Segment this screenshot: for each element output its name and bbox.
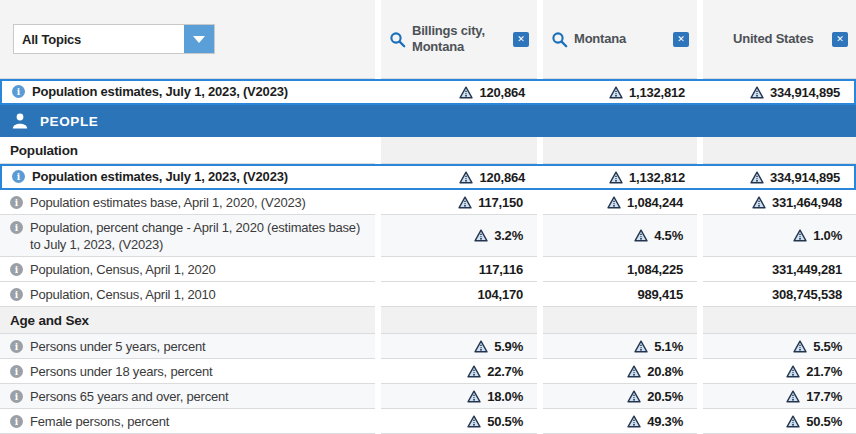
- value-cell: 5.1%: [543, 334, 697, 359]
- info-icon[interactable]: [10, 340, 23, 353]
- warning-flag-icon[interactable]: [474, 340, 488, 353]
- warning-flag-icon[interactable]: [750, 171, 764, 184]
- row-label: Population estimates, July 1, 2023, (V20…: [32, 84, 288, 101]
- row-label-cell: Population, Census, April 1, 2020: [0, 257, 375, 282]
- table-row: Female persons, percent 50.5% 49.3% 50.5…: [0, 409, 856, 434]
- topic-filter-cell: All Topics: [0, 0, 375, 79]
- column-title: United States: [711, 31, 832, 47]
- value-cell: 1.0%: [703, 215, 856, 257]
- chevron-down-icon[interactable]: [184, 25, 214, 53]
- cell-value: 120,864: [479, 170, 525, 185]
- warning-flag-icon[interactable]: [786, 390, 800, 403]
- value-cell: 117,116: [381, 257, 537, 282]
- info-icon[interactable]: [10, 415, 23, 428]
- cell-value: 1,084,244: [627, 195, 683, 210]
- cell-value: 3.2%: [494, 228, 523, 243]
- value-cell: 4.5%: [543, 215, 697, 257]
- cell-value: 20.5%: [647, 389, 683, 404]
- info-icon[interactable]: [10, 263, 23, 276]
- table-row: Population, percent change - April 1, 20…: [0, 215, 856, 257]
- value-cell: 1,132,812: [545, 81, 699, 103]
- warning-flag-icon[interactable]: [474, 229, 488, 242]
- section-title: Age and Sex: [0, 313, 89, 328]
- info-icon[interactable]: [10, 288, 23, 301]
- warning-flag-icon[interactable]: [634, 229, 648, 242]
- warning-flag-icon[interactable]: [627, 390, 641, 403]
- value-cell: 18.0%: [381, 384, 537, 409]
- warning-flag-icon[interactable]: [459, 171, 473, 184]
- cell-value: 331,449,281: [772, 262, 842, 277]
- cell-value: 117,150: [478, 195, 523, 210]
- value-cell: 1,132,812: [545, 166, 699, 188]
- warning-flag-icon[interactable]: [793, 340, 807, 353]
- cell-value: 308,745,538: [772, 287, 842, 302]
- table-row: Persons under 5 years, percent 5.9% 5.1%…: [0, 334, 856, 359]
- warning-flag-icon[interactable]: [627, 365, 641, 378]
- cell-value: 117,116: [479, 262, 523, 277]
- warning-flag-icon[interactable]: [458, 196, 472, 209]
- warning-flag-icon[interactable]: [752, 196, 766, 209]
- warning-flag-icon[interactable]: [609, 86, 623, 99]
- close-column-icon[interactable]: [513, 32, 529, 47]
- band-title: PEOPLE: [40, 114, 98, 129]
- info-icon[interactable]: [10, 390, 23, 403]
- value-cell: 50.5%: [381, 409, 537, 434]
- cell-value: 5.5%: [813, 339, 842, 354]
- cell-value: 334,914,895: [770, 85, 840, 100]
- warning-flag-icon[interactable]: [607, 196, 621, 209]
- warning-flag-icon[interactable]: [786, 415, 800, 428]
- row-label-cell: Population estimates base, April 1, 2020…: [0, 190, 375, 215]
- cell-value: 331,464,948: [772, 195, 842, 210]
- warning-flag-icon[interactable]: [634, 340, 648, 353]
- section-title: Population: [0, 143, 78, 158]
- value-cell: 20.8%: [543, 359, 697, 384]
- warning-flag-icon[interactable]: [459, 86, 473, 99]
- row-label: Population, Census, April 1, 2010: [30, 287, 216, 304]
- column-header: Billings city, Montana: [381, 0, 537, 79]
- row-label-cell: Population, percent change - April 1, 20…: [0, 215, 375, 257]
- warning-flag-icon[interactable]: [750, 86, 764, 99]
- section-title-cell: Age and Sex: [0, 307, 375, 334]
- info-icon[interactable]: [12, 85, 25, 98]
- search-icon[interactable]: [389, 31, 406, 48]
- row-label: Population estimates base, April 1, 2020…: [30, 195, 306, 212]
- table-row: Population estimates, July 1, 2023, (V20…: [0, 79, 856, 105]
- close-column-icon[interactable]: [673, 32, 689, 47]
- info-icon[interactable]: [10, 221, 23, 234]
- info-icon[interactable]: [10, 196, 23, 209]
- cell-value: 50.5%: [806, 414, 842, 429]
- value-cell: 104,170: [381, 282, 537, 307]
- info-icon[interactable]: [12, 170, 25, 183]
- topics-dropdown[interactable]: All Topics: [13, 24, 215, 54]
- people-section-band: PEOPLE: [0, 105, 856, 137]
- warning-flag-icon[interactable]: [467, 390, 481, 403]
- row-label-cell: Population estimates, July 1, 2023, (V20…: [2, 166, 377, 188]
- warning-flag-icon[interactable]: [793, 229, 807, 242]
- cell-value: 1,132,812: [629, 170, 685, 185]
- value-cell: 308,745,538: [703, 282, 856, 307]
- column-title: Montana: [574, 31, 673, 47]
- column-header: United States: [703, 0, 856, 79]
- cell-value: 22.7%: [487, 364, 523, 379]
- close-column-icon[interactable]: [832, 32, 848, 47]
- value-cell: 120,864: [383, 81, 539, 103]
- warning-flag-icon[interactable]: [786, 365, 800, 378]
- value-cell: 117,150: [381, 190, 537, 215]
- search-icon[interactable]: [551, 31, 568, 48]
- warning-flag-icon[interactable]: [467, 365, 481, 378]
- info-icon[interactable]: [10, 365, 23, 378]
- cell-value: 120,864: [479, 85, 525, 100]
- warning-flag-icon[interactable]: [467, 415, 481, 428]
- row-label: Persons under 18 years, percent: [30, 364, 212, 381]
- value-cell: 1,084,244: [543, 190, 697, 215]
- row-label-cell: Persons under 18 years, percent: [0, 359, 375, 384]
- row-label: Population, percent change - April 1, 20…: [30, 220, 371, 254]
- section-header-row: Population: [0, 137, 856, 164]
- row-label-cell: Population estimates, July 1, 2023, (V20…: [2, 81, 377, 103]
- section-title-cell: Population: [0, 137, 375, 164]
- warning-flag-icon[interactable]: [609, 171, 623, 184]
- value-cell: 17.7%: [703, 384, 856, 409]
- table-row: Population, Census, April 1, 2020 117,11…: [0, 257, 856, 282]
- warning-flag-icon[interactable]: [627, 415, 641, 428]
- value-cell: 5.5%: [703, 334, 856, 359]
